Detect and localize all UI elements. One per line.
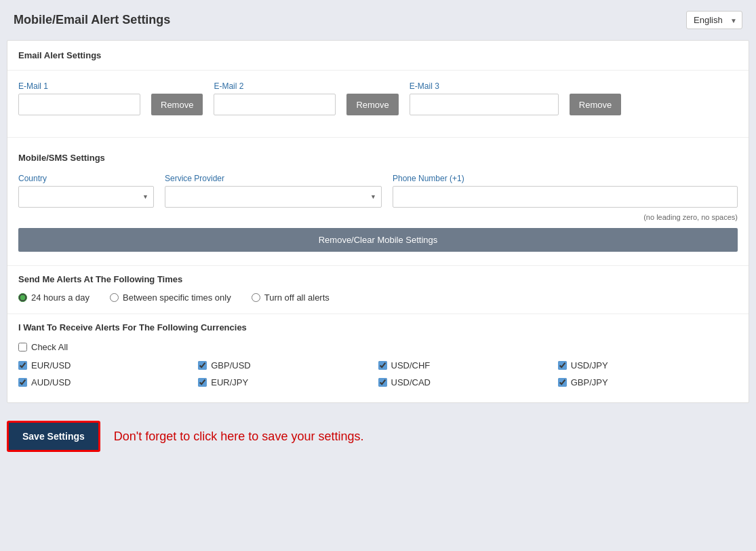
currency-eurusd[interactable]: EUR/USD <box>18 360 198 370</box>
currency-usdjpy-label: USD/JPY <box>571 360 608 370</box>
country-select-wrapper[interactable] <box>18 186 154 208</box>
currencies-title: I Want To Receive Alerts For The Followi… <box>18 322 738 332</box>
alert-option-specific[interactable]: Between specific times only <box>110 292 231 303</box>
sms-section-header: Mobile/SMS Settings <box>7 143 749 166</box>
page-title: Mobile/Email Alert Settings <box>14 13 170 27</box>
email3-label: E-Mail 3 <box>410 81 559 91</box>
currencies-grid: EUR/USD GBP/USD USD/CHF USD/JPY AUD/USD <box>18 360 738 387</box>
currency-audusd-checkbox[interactable] <box>18 378 27 387</box>
email2-group: E-Mail 2 <box>214 81 336 115</box>
email-section-header: Email Alert Settings <box>7 41 749 71</box>
currency-gbpjpy-label: GBP/JPY <box>571 377 608 387</box>
email2-label: E-Mail 2 <box>214 81 336 91</box>
email1-label: E-Mail 1 <box>18 81 140 91</box>
provider-select[interactable] <box>165 186 382 208</box>
language-select[interactable]: English French German Spanish <box>686 11 742 29</box>
currency-gbpusd-label: GBP/USD <box>211 360 251 370</box>
alert-option-24hours[interactable]: 24 hours a day <box>18 292 89 303</box>
alert-radio-off[interactable] <box>252 293 260 302</box>
currency-usdchf-checkbox[interactable] <box>378 361 387 370</box>
alert-label-24hours: 24 hours a day <box>31 292 89 303</box>
remove-email1-button[interactable]: Remove <box>151 94 203 115</box>
clear-mobile-button[interactable]: Remove/Clear Mobile Settings <box>18 228 738 252</box>
provider-select-wrapper[interactable] <box>165 186 382 208</box>
email1-group: E-Mail 1 <box>18 81 140 115</box>
currency-usdchf[interactable]: USD/CHF <box>378 360 558 370</box>
check-all-label: Check All <box>31 342 68 352</box>
email2-input[interactable] <box>214 94 336 115</box>
check-all-row: Check All <box>18 342 738 352</box>
currency-audusd[interactable]: AUD/USD <box>18 377 198 387</box>
remove-email2-button[interactable]: Remove <box>346 94 398 115</box>
email-section-body: E-Mail 1 Remove E-Mail 2 Remove E-Mail 3… <box>7 71 749 132</box>
currency-usdchf-label: USD/CHF <box>391 360 431 370</box>
phone-input[interactable] <box>393 186 738 208</box>
email3-input[interactable] <box>410 94 559 115</box>
save-settings-button[interactable]: Save Settings <box>7 421 100 452</box>
footer-section: Save Settings Don't forget to click here… <box>0 410 756 463</box>
sms-section-body: Country Service Provider Phone Numbe <box>7 166 749 265</box>
currency-eurjpy-checkbox[interactable] <box>198 378 207 387</box>
alert-radio-specific[interactable] <box>110 293 119 302</box>
currency-usdjpy[interactable]: USD/JPY <box>558 360 738 370</box>
footer-hint: Don't forget to click here to save your … <box>114 430 364 444</box>
email3-group: E-Mail 3 <box>410 81 559 115</box>
email1-input[interactable] <box>18 94 140 115</box>
currency-gbpjpy[interactable]: GBP/JPY <box>558 377 738 387</box>
alerts-title: Send Me Alerts At The Following Times <box>18 274 738 284</box>
alert-label-specific: Between specific times only <box>123 292 231 303</box>
divider-1 <box>7 137 749 138</box>
sms-fields-row: Country Service Provider Phone Numbe <box>18 174 738 221</box>
currency-eurjpy[interactable]: EUR/JPY <box>198 377 378 387</box>
currency-eurusd-checkbox[interactable] <box>18 361 27 370</box>
phone-label: Phone Number (+1) <box>393 174 738 183</box>
currency-gbpusd-checkbox[interactable] <box>198 361 207 370</box>
check-all-checkbox[interactable] <box>18 343 27 352</box>
alerts-section: Send Me Alerts At The Following Times 24… <box>7 265 749 314</box>
alert-radio-24hours[interactable] <box>18 293 27 302</box>
currency-usdcad-checkbox[interactable] <box>378 378 387 387</box>
currency-audusd-label: AUD/USD <box>31 377 71 387</box>
currencies-section: I Want To Receive Alerts For The Followi… <box>7 314 749 402</box>
alert-label-off: Turn off all alerts <box>264 292 330 303</box>
alerts-radio-group: 24 hours a day Between specific times on… <box>18 292 738 303</box>
currency-usdcad-label: USD/CAD <box>391 377 431 387</box>
alert-option-off[interactable]: Turn off all alerts <box>252 292 330 303</box>
currency-usdcad[interactable]: USD/CAD <box>378 377 558 387</box>
country-select[interactable] <box>18 186 154 208</box>
currency-gbpusd[interactable]: GBP/USD <box>198 360 378 370</box>
provider-group: Service Provider <box>165 174 382 208</box>
page-header: Mobile/Email Alert Settings English Fren… <box>0 0 756 40</box>
remove-email3-button[interactable]: Remove <box>570 94 621 115</box>
main-content: Email Alert Settings E-Mail 1 Remove E-M… <box>7 40 749 403</box>
country-label: Country <box>18 174 154 183</box>
phone-group: Phone Number (+1) (no leading zero, no s… <box>393 174 738 221</box>
currency-eurusd-label: EUR/USD <box>31 360 71 370</box>
currency-eurjpy-label: EUR/JPY <box>211 377 248 387</box>
country-group: Country <box>18 174 154 208</box>
provider-label: Service Provider <box>165 174 382 183</box>
currency-usdjpy-checkbox[interactable] <box>558 361 567 370</box>
currency-gbpjpy-checkbox[interactable] <box>558 378 567 387</box>
email-fields-row: E-Mail 1 Remove E-Mail 2 Remove E-Mail 3… <box>18 81 738 115</box>
language-selector-wrapper[interactable]: English French German Spanish ▼ <box>686 11 742 29</box>
phone-hint: (no leading zero, no spaces) <box>393 213 738 221</box>
